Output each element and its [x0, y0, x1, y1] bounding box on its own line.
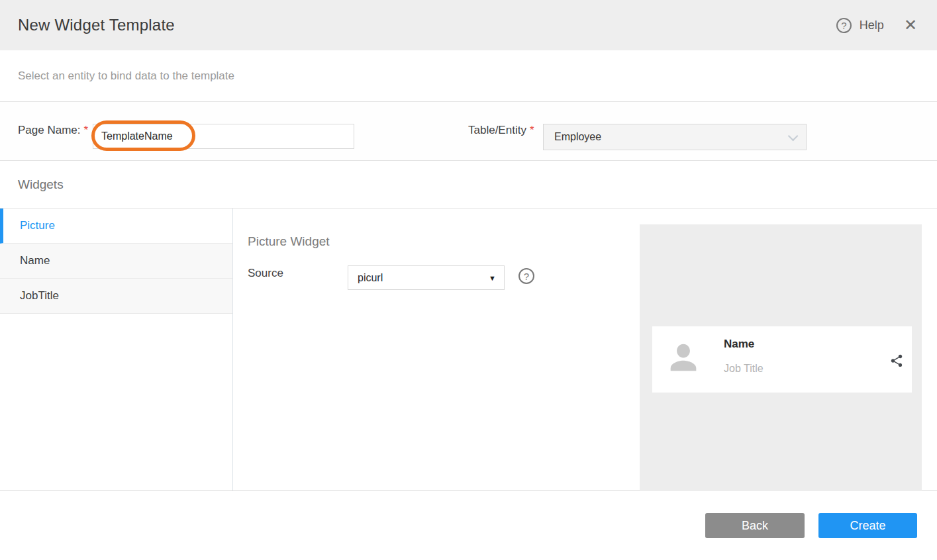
preview-card: Name Job Title — [652, 326, 912, 393]
share-icon — [889, 353, 904, 369]
page-title: New Widget Template — [18, 16, 175, 34]
dialog-titlebar: New Widget Template ? Help ✕ — [0, 0, 937, 50]
subtitle-text: Select an entity to bind data to the tem… — [18, 70, 234, 83]
source-select-value: picurl — [358, 272, 383, 284]
page-name-label: Page Name:* — [18, 124, 88, 137]
required-marker: * — [84, 124, 89, 136]
help-button[interactable]: Help — [860, 19, 884, 32]
back-button[interactable]: Back — [705, 513, 805, 538]
table-entity-value: Employee — [554, 131, 601, 143]
person-avatar-icon — [664, 334, 703, 381]
subtitle-band: Select an entity to bind data to the tem… — [0, 50, 937, 101]
widget-list-sidebar: Picture Name JobTitle — [0, 209, 233, 490]
new-widget-template-dialog: New Widget Template ? Help ✕ Select an e… — [0, 0, 937, 560]
dialog-footer: Back Create — [0, 491, 937, 560]
preview-jobtitle-text: Job Title — [724, 363, 764, 375]
required-marker: * — [530, 124, 534, 136]
template-preview-panel: Name Job Title — [640, 224, 922, 492]
source-label: Source — [248, 267, 283, 280]
close-icon[interactable]: ✕ — [904, 17, 917, 33]
widget-editor-content: Picture Name JobTitle Picture Widget Sou… — [0, 208, 937, 491]
chevron-down-icon — [788, 130, 799, 141]
widgets-heading-band: Widgets — [0, 162, 937, 208]
preview-name-text: Name — [724, 338, 754, 351]
form-band: Page Name:* Table/Entity* Employee — [0, 101, 937, 161]
widgets-heading: Widgets — [18, 177, 64, 192]
source-select[interactable]: picurl ▼ — [348, 265, 505, 290]
help-icon[interactable]: ? — [836, 18, 852, 33]
page-name-input[interactable] — [93, 124, 354, 149]
sidebar-item-jobtitle[interactable]: JobTitle — [0, 279, 232, 314]
panel-title: Picture Widget — [248, 234, 330, 249]
sidebar-item-name[interactable]: Name — [0, 244, 232, 279]
sidebar-item-picture[interactable]: Picture — [0, 209, 232, 244]
dropdown-arrow-icon: ▼ — [489, 274, 496, 282]
create-button[interactable]: Create — [818, 513, 917, 538]
source-help-icon[interactable]: ? — [518, 268, 534, 284]
table-entity-label: Table/Entity* — [468, 124, 534, 137]
table-entity-select[interactable]: Employee — [543, 124, 807, 150]
